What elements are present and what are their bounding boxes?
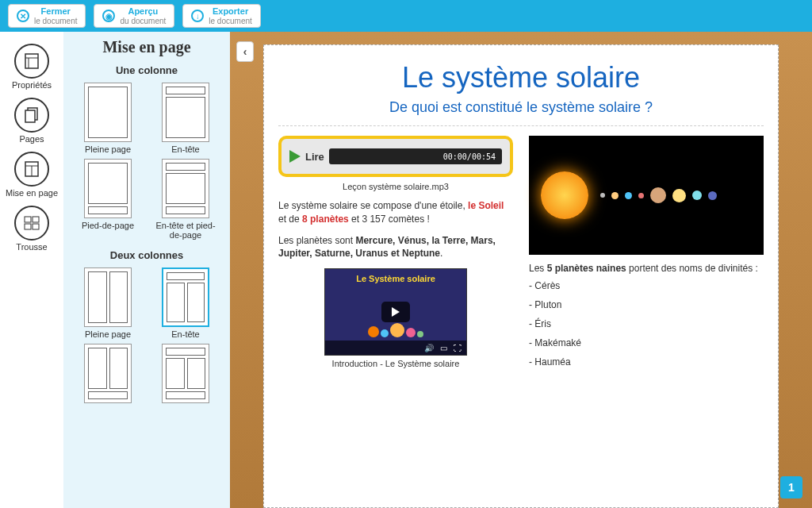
- rail-kit[interactable]: Trousse: [14, 206, 49, 252]
- video-play-icon[interactable]: [381, 302, 410, 322]
- layout-2col-header-footer[interactable]: [150, 344, 221, 403]
- kit-icon: [14, 206, 49, 241]
- doc-subtitle: De quoi est constitué le système solaire…: [278, 99, 764, 116]
- caption-icon[interactable]: ▭: [440, 344, 447, 352]
- layout-1col-full[interactable]: Pleine page: [72, 83, 144, 154]
- layout-1col-header-footer[interactable]: En-tête et pied-de-page: [150, 159, 221, 240]
- video-inner-title: Le Système solaire: [325, 274, 466, 283]
- svg-rect-0: [25, 54, 38, 68]
- rail-pages[interactable]: Pages: [14, 98, 49, 144]
- layout-2col-footer[interactable]: [72, 344, 144, 403]
- layout-1col-header[interactable]: En-tête: [150, 83, 221, 154]
- video-caption: Introduction - Le Système solaire: [278, 359, 513, 368]
- play-icon[interactable]: [289, 150, 301, 163]
- panel-title: Mise en page: [70, 38, 224, 56]
- list-item: - Éris: [529, 318, 764, 329]
- list-item: - Pluton: [529, 299, 764, 310]
- dwarf-list: - Cérès - Pluton - Éris - Makémaké - Hau…: [529, 280, 764, 368]
- close-button[interactable]: ✕ Fermerle document: [8, 4, 86, 28]
- list-item: - Cérès: [529, 280, 764, 291]
- download-icon: ↓: [191, 10, 204, 22]
- doc-title: Le système solaire: [278, 61, 764, 94]
- audio-caption: Leçon système solaire.mp3: [278, 182, 513, 191]
- export-button[interactable]: ↓ Exporterle document: [182, 4, 260, 28]
- layout-2col-header[interactable]: En-tête: [150, 267, 221, 339]
- paragraph-2: Les planètes sont Mercure, Vénus, la Ter…: [278, 234, 513, 261]
- svg-rect-11: [33, 224, 39, 229]
- paragraph-1: Le système solaire se compose d'une étoi…: [278, 199, 513, 226]
- volume-icon[interactable]: 🔊: [424, 344, 434, 352]
- rail-layout[interactable]: Mise en page: [6, 152, 58, 198]
- eye-icon: ◉: [102, 10, 115, 22]
- layout-1col-footer[interactable]: Pied-de-page: [72, 159, 144, 240]
- right-column: Les 5 planètes naines portent des noms d…: [529, 136, 764, 375]
- audio-track[interactable]: 00:00/00:54: [329, 148, 502, 164]
- list-item: - Makémaké: [529, 337, 764, 348]
- rail-properties[interactable]: Propriétés: [12, 44, 52, 90]
- properties-icon: [14, 44, 49, 79]
- dwarf-intro: Les 5 planètes naines portent des noms d…: [529, 263, 764, 274]
- layout-icon: [14, 152, 49, 187]
- layout-2col-full[interactable]: Pleine page: [72, 267, 144, 339]
- close-icon: ✕: [17, 10, 29, 22]
- document-page[interactable]: Le système solaire De quoi est constitué…: [263, 44, 779, 508]
- preview-button[interactable]: ◉ Aperçudu document: [94, 4, 174, 28]
- list-item: - Hauméa: [529, 356, 764, 368]
- pages-icon: [14, 98, 49, 133]
- layout-panel: Mise en page Une colonne Pleine page En-…: [63, 32, 230, 508]
- svg-rect-8: [25, 217, 31, 222]
- play-label: Lire: [305, 151, 324, 163]
- collapse-panel-button[interactable]: ‹: [236, 41, 254, 62]
- video-controls[interactable]: 🔊▭⛶: [325, 341, 466, 355]
- section-two-col: Deux colonnes: [70, 249, 224, 261]
- svg-rect-10: [25, 224, 31, 229]
- page-number-badge[interactable]: 1: [780, 476, 802, 498]
- canvas: ‹ 1 Le système solaire De quoi est const…: [230, 32, 812, 508]
- top-toolbar: ✕ Fermerle document ◉ Aperçudu document …: [0, 0, 812, 32]
- left-column: Lire 00:00/00:54 Leçon système solaire.m…: [278, 136, 513, 375]
- video-player[interactable]: Le Système solaire 🔊▭⛶: [324, 268, 467, 356]
- section-one-col: Une colonne: [70, 64, 224, 76]
- svg-rect-9: [33, 217, 39, 222]
- left-rail: Propriétés Pages Mise en page Trousse: [0, 32, 63, 508]
- solar-system-image[interactable]: [529, 136, 764, 255]
- fullscreen-icon[interactable]: ⛶: [454, 344, 462, 352]
- svg-rect-4: [25, 110, 35, 122]
- audio-player[interactable]: Lire 00:00/00:54: [278, 136, 513, 177]
